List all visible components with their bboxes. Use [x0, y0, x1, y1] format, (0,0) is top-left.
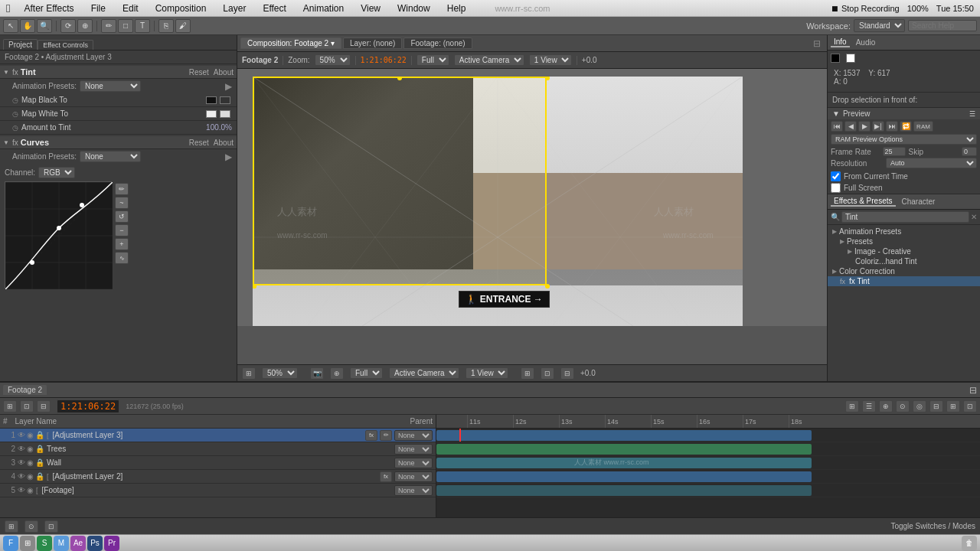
layer-row-4[interactable]: 4 👁 ◉ 🔒 [ [Adjustment Layer 2] fx None: [0, 470, 436, 484]
dock-ae[interactable]: Ae: [70, 536, 86, 551]
tool-arrow[interactable]: ↖: [3, 19, 18, 33]
layer-parent-select-5[interactable]: None: [394, 485, 433, 496]
menu-window[interactable]: Window: [394, 3, 433, 14]
tool-hand[interactable]: ✋: [20, 19, 35, 33]
tl-btn-6[interactable]: ⊕: [879, 400, 893, 412]
tool-shape[interactable]: □: [118, 19, 133, 33]
full-screen-checkbox[interactable]: [831, 183, 841, 193]
workspace-select[interactable]: Standard: [854, 19, 905, 32]
tree-coloriz[interactable]: Coloriz...hand Tint: [828, 256, 980, 266]
preview-header[interactable]: ▼ Preview ☰: [828, 108, 980, 119]
status-btn-2[interactable]: ⊙: [24, 520, 38, 533]
layer-name-2[interactable]: Trees: [47, 445, 392, 453]
tl-btn-4[interactable]: ⊞: [845, 400, 859, 412]
menu-view[interactable]: View: [358, 3, 384, 14]
tree-presets[interactable]: ▶ Presets: [828, 236, 980, 246]
menu-file[interactable]: File: [88, 3, 109, 14]
prev-prev-btn[interactable]: ◀: [844, 121, 857, 132]
tab-effect-controls[interactable]: Effect Controls: [38, 40, 93, 50]
layer-row-2[interactable]: 2 👁 ◉ 🔒 Trees None: [0, 442, 436, 456]
viewer-zoom-select[interactable]: 50%: [262, 367, 298, 379]
menu-effect[interactable]: Effect: [260, 3, 289, 14]
zoom-select[interactable]: 50%: [315, 54, 351, 66]
tree-tint[interactable]: fx fx Tint: [828, 276, 980, 286]
tree-anim-presets[interactable]: ▶ Animation Presets: [828, 227, 980, 236]
viewer-btn-2[interactable]: 📷: [310, 367, 324, 380]
curves-tool-pencil[interactable]: ✏: [115, 183, 129, 195]
menu-edit[interactable]: Edit: [119, 3, 142, 14]
curves-tool-minus[interactable]: −: [115, 224, 129, 236]
layer-eye-icon-3[interactable]: 👁: [18, 458, 25, 467]
tab-project[interactable]: Project: [3, 39, 38, 50]
layer-fx-btn-4[interactable]: fx: [380, 471, 392, 482]
tool-text[interactable]: T: [135, 19, 150, 33]
help-search[interactable]: [908, 20, 977, 31]
curves-tool-smooth[interactable]: ~: [115, 197, 129, 209]
layer-row-1[interactable]: 1 👁 ◉ 🔒 [ [Adjustment Layer 3] fx ✏ None: [0, 429, 436, 442]
layer-eye-icon-5[interactable]: 👁: [18, 486, 25, 494]
tree-image-creative[interactable]: ▶ Image - Creative: [828, 246, 980, 256]
prev-play-btn[interactable]: ▶: [858, 121, 871, 132]
layer-parent-select-1[interactable]: None: [394, 430, 433, 441]
ram-options-select[interactable]: RAM Preview Options: [831, 134, 977, 145]
menu-layer[interactable]: Layer: [220, 3, 249, 14]
tint-about-btn[interactable]: About: [214, 68, 234, 77]
dock-launchpad[interactable]: ⊞: [20, 536, 35, 551]
anim-presets-select[interactable]: None: [80, 80, 141, 92]
layer-parent-select-4[interactable]: None: [394, 471, 433, 482]
tl-btn-2[interactable]: ⊡: [20, 400, 34, 412]
dock-mail[interactable]: M: [54, 536, 69, 551]
track-bar-3[interactable]: [436, 458, 812, 468]
color-preview-black[interactable]: [831, 54, 840, 63]
tab-info[interactable]: Info: [831, 37, 850, 47]
tab-character[interactable]: Character: [899, 197, 939, 206]
curves-canvas[interactable]: [5, 182, 113, 289]
curves-tool-reset[interactable]: ↺: [115, 210, 129, 223]
prev-loop-btn[interactable]: 🔁: [900, 121, 912, 132]
curves-section-header[interactable]: ▼ fx Curves Reset About: [0, 136, 237, 149]
layer-row-3[interactable]: 3 👁 ◉ 🔒 Wall None: [0, 456, 436, 470]
tl-btn-1[interactable]: ⊞: [3, 400, 17, 412]
dock-ps[interactable]: Ps: [87, 536, 103, 551]
status-btn-1[interactable]: ⊞: [5, 520, 18, 533]
track-bar-2[interactable]: [436, 444, 812, 455]
recording-btn[interactable]: ⏹ Stop Recording: [831, 4, 900, 13]
dock-pr[interactable]: Pr: [104, 536, 119, 551]
apple-menu[interactable]: : [6, 2, 10, 15]
tint-section-header[interactable]: ▼ fx Tint Reset About: [0, 66, 237, 79]
layer-name-5[interactable]: [Footage]: [42, 486, 392, 494]
dock-finder[interactable]: F: [3, 536, 18, 551]
timeline-close-icon[interactable]: ⊟: [969, 385, 977, 396]
tool-pan[interactable]: ⊕: [77, 19, 93, 33]
viewer-btn-1[interactable]: ⊞: [242, 367, 256, 380]
tint-reset-btn[interactable]: Reset: [189, 68, 209, 77]
from-current-checkbox[interactable]: [831, 171, 841, 181]
layer-lock-icon-2[interactable]: 🔒: [35, 445, 44, 453]
viewer-camera-select[interactable]: Active Camera: [389, 367, 459, 379]
curves-graph[interactable]: [5, 181, 112, 289]
framerate-input[interactable]: [883, 147, 906, 156]
viewer-quality-select[interactable]: Full: [350, 367, 383, 379]
playhead[interactable]: [459, 429, 461, 442]
tab-audio[interactable]: Audio: [853, 38, 879, 47]
layer-parent-select-3[interactable]: None: [394, 458, 433, 468]
tl-btn-9[interactable]: ⊟: [929, 400, 943, 412]
tool-paint[interactable]: 🖌: [175, 19, 191, 33]
curves-tool-wave[interactable]: ∿: [115, 252, 129, 264]
map-black-swatch[interactable]: [206, 96, 217, 104]
comp-canvas[interactable]: 🚶 ENTRANCE → 人人素材 www.rr-sc.com 人人素材 www…: [253, 77, 743, 364]
tl-btn-8[interactable]: ◎: [913, 400, 926, 412]
layer-solo-icon-3[interactable]: ◉: [27, 458, 34, 467]
tl-btn-7[interactable]: ⊙: [896, 400, 910, 412]
viewer-btn-3[interactable]: ⊕: [330, 367, 344, 380]
tab-composition[interactable]: Composition: Footage 2 ▾: [240, 37, 341, 49]
comp-panel-close[interactable]: ⊟: [810, 38, 824, 49]
menu-help[interactable]: Help: [444, 3, 469, 14]
curves-tool-plus[interactable]: +: [115, 238, 129, 250]
layer-eye-icon-2[interactable]: 👁: [18, 445, 25, 453]
curves-about-btn[interactable]: About: [214, 139, 234, 147]
layer-eye-icon-4[interactable]: 👁: [18, 472, 25, 481]
track-bar-5[interactable]: [436, 485, 812, 496]
track-area[interactable]: 11s 12s 13s 14s 15s 16s 17s 18s: [436, 415, 980, 517]
dock-trash[interactable]: 🗑: [962, 536, 977, 551]
